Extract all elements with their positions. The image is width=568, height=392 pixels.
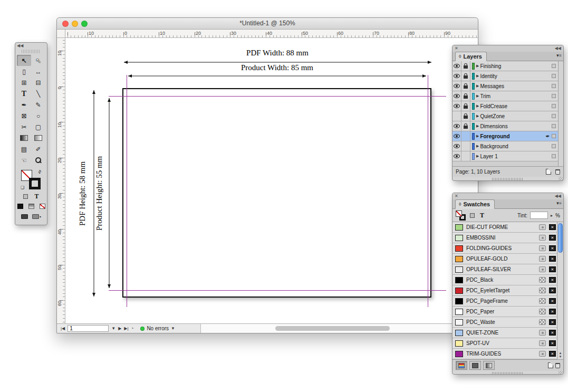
delete-swatch-button[interactable]: [555, 363, 560, 368]
layer-target-square[interactable]: [552, 154, 556, 158]
swatches-scrollbar-thumb[interactable]: [558, 223, 563, 253]
first-page-button[interactable]: |◀: [61, 327, 65, 331]
horizontal-scrollbar-thumb[interactable]: [275, 326, 390, 331]
layer-visibility-toggle[interactable]: [453, 81, 461, 91]
preview-mode-button[interactable]: ▾: [32, 212, 41, 221]
selection-tool[interactable]: ↖: [17, 55, 31, 66]
layer-row[interactable]: ▶ Identity ✒: [453, 71, 563, 81]
swatch-row[interactable]: PDC_PageFrame: [453, 296, 563, 307]
preflight-clock-icon[interactable]: ◔: [131, 327, 134, 331]
layer-target-square[interactable]: [552, 144, 556, 148]
hand-tool[interactable]: ☜: [17, 155, 31, 166]
panel-menu-icon[interactable]: ▼≡: [555, 201, 561, 206]
swatch-name[interactable]: DIE-CUT FORME: [466, 224, 536, 230]
swatch-name[interactable]: TRIM-GUIDES: [466, 351, 536, 357]
new-swatch-button[interactable]: [548, 362, 553, 368]
apply-gradient-button[interactable]: [27, 202, 35, 211]
layer-lock-toggle[interactable]: [461, 91, 470, 101]
layer-visibility-toggle[interactable]: [453, 91, 461, 101]
collapse-panel-icon[interactable]: ◀◀: [555, 46, 561, 51]
layer-row[interactable]: ▶ Trim ✒: [453, 91, 563, 101]
layer-lock-toggle[interactable]: [461, 151, 470, 161]
swatch-name[interactable]: QUIET-ZONE: [466, 330, 536, 336]
show-color-swatches-button[interactable]: [469, 361, 481, 370]
content-placer-tool[interactable]: ⊟: [31, 77, 45, 88]
horizontal-scrollbar[interactable]: [200, 324, 478, 333]
close-window-button[interactable]: [62, 21, 69, 27]
rectangle-frame-tool[interactable]: ⊠: [17, 110, 31, 121]
minimize-window-button[interactable]: [72, 21, 78, 27]
eyedropper-tool[interactable]: ✐: [31, 144, 45, 155]
collapse-panel-icon[interactable]: ◀◀: [555, 194, 561, 198]
swatch-row[interactable]: OPULEAF-GOLD: [453, 254, 563, 264]
swatch-row[interactable]: PDC_Waste: [453, 317, 563, 328]
layer-name[interactable]: Messages: [480, 83, 545, 89]
content-collector-tool[interactable]: ⊞: [17, 77, 31, 88]
layer-visibility-toggle[interactable]: [453, 121, 461, 131]
expand-triangle-icon[interactable]: ▶: [476, 84, 479, 88]
zoom-tool[interactable]: [31, 155, 45, 166]
formatting-affects-text-button[interactable]: T: [33, 192, 41, 200]
swatch-row[interactable]: PDC_Black: [453, 275, 563, 285]
page-tool[interactable]: ▯: [17, 66, 31, 77]
layer-lock-toggle[interactable]: [461, 81, 470, 91]
swatch-row[interactable]: DIE-CUT FORME: [453, 222, 563, 233]
layer-target-square[interactable]: [552, 64, 556, 68]
expand-triangle-icon[interactable]: ▶: [476, 124, 479, 128]
swatch-name[interactable]: OPULEAF-SILVER: [466, 266, 536, 272]
layer-row[interactable]: ▶ Finishing ✒: [453, 61, 563, 71]
layer-row[interactable]: ▶ FoldCrease ✒: [453, 101, 563, 111]
layer-target-square[interactable]: [552, 134, 556, 138]
tab-swatches[interactable]: ◊ Swatches: [455, 199, 495, 209]
show-gradient-swatches-button[interactable]: [483, 361, 495, 370]
layer-name[interactable]: Dimensions: [480, 123, 545, 129]
formatting-affects-container-button[interactable]: [22, 192, 30, 200]
layer-lock-toggle[interactable]: [461, 101, 470, 111]
page-menu-button[interactable]: ▼: [111, 327, 115, 331]
panel-drag-dots[interactable]: [492, 178, 524, 180]
expand-triangle-icon[interactable]: ▶: [476, 144, 479, 148]
layer-name[interactable]: FoldCrease: [480, 103, 545, 109]
layer-name[interactable]: QuietZone: [480, 113, 545, 119]
layer-target-square[interactable]: [552, 124, 556, 128]
layer-lock-toggle[interactable]: [461, 141, 470, 151]
swatch-row[interactable]: OPULEAF-SILVER: [453, 264, 563, 275]
layer-row[interactable]: ▶ QuietZone ✒: [453, 111, 563, 121]
layer-row[interactable]: ▶ Foreground ✒: [453, 131, 563, 141]
close-panel-icon[interactable]: ✕: [455, 194, 458, 198]
gradient-swatch-tool[interactable]: [17, 132, 31, 144]
vertical-ruler[interactable]: 10 0 10 20 30 40 50 60: [57, 38, 65, 323]
swatch-row[interactable]: PDC_EyeletTarget: [453, 285, 563, 296]
panel-menu-icon[interactable]: ▼≡: [555, 53, 561, 58]
new-layer-button[interactable]: [546, 169, 551, 175]
layer-lock-toggle[interactable]: [461, 131, 470, 141]
swatches-scrollbar[interactable]: ▲▼: [557, 222, 563, 359]
swatch-name[interactable]: PDC_Paper: [466, 309, 536, 314]
apply-none-button[interactable]: [38, 202, 46, 211]
swatch-name[interactable]: PDC_Black: [466, 277, 536, 283]
document-canvas[interactable]: PDF Width: 88 mm Product Width: 85 mm PD…: [65, 38, 478, 323]
layers-panel-topbar[interactable]: ✕ ◀◀: [453, 45, 563, 52]
layer-visibility-toggle[interactable]: [453, 71, 461, 81]
expand-triangle-icon[interactable]: ▶: [476, 134, 479, 138]
layer-lock-toggle[interactable]: [461, 121, 470, 131]
layer-name[interactable]: Background: [480, 144, 545, 149]
layer-lock-toggle[interactable]: [461, 111, 470, 121]
last-page-button[interactable]: ▶|: [124, 327, 128, 331]
expand-triangle-icon[interactable]: ▶: [476, 154, 479, 158]
layer-visibility-toggle[interactable]: [453, 101, 461, 111]
tint-slider-arrow-icon[interactable]: ▸: [551, 213, 553, 218]
swatch-name[interactable]: PDC_EyeletTarget: [466, 288, 536, 293]
layer-name[interactable]: Layer 1: [480, 154, 545, 159]
swatch-name[interactable]: OPULEAF-GOLD: [466, 256, 536, 262]
formatting-affects-text-button[interactable]: T: [478, 211, 486, 219]
delete-layer-button[interactable]: [555, 169, 560, 175]
swatch-row[interactable]: SPOT-UV: [453, 338, 563, 349]
swap-fill-stroke-icon[interactable]: ⇄: [37, 169, 43, 175]
layer-row[interactable]: ▶ Layer 1 ✒: [453, 151, 563, 161]
preflight-menu-button[interactable]: ▼: [171, 327, 175, 331]
pen-tool[interactable]: ✒: [17, 99, 31, 110]
layer-lock-toggle[interactable]: [461, 61, 470, 71]
swatch-row[interactable]: EMBOSSINI: [453, 233, 563, 243]
close-panel-icon[interactable]: ✕: [455, 46, 458, 51]
